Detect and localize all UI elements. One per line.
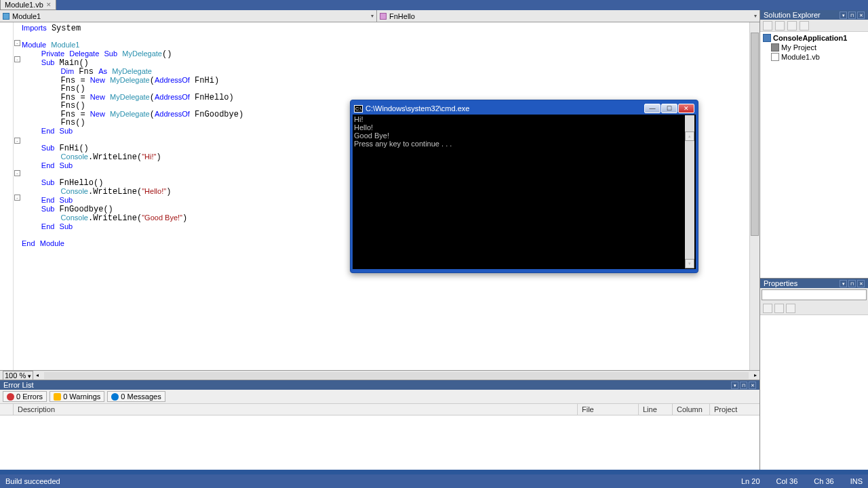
properties-icon[interactable] <box>763 21 772 30</box>
build-status: Build succeeded <box>5 477 60 485</box>
messages-filter-button[interactable]: 0 Messages <box>107 391 165 402</box>
pin-icon[interactable]: ⊓ <box>848 12 856 19</box>
properties-title-bar[interactable]: Properties ▾ ⊓ ✕ <box>760 279 868 288</box>
tree-item-label: Module1.vb <box>781 53 820 61</box>
categorized-icon[interactable] <box>763 304 772 313</box>
close-icon[interactable]: ✕ <box>46 1 52 8</box>
minimize-button[interactable]: — <box>644 104 660 113</box>
dropdown-icon[interactable]: ▾ <box>840 280 847 287</box>
scroll-up-icon[interactable]: ▴ <box>685 131 694 141</box>
navigation-bar: Module1 ▾ FnHello ▾ <box>0 10 760 22</box>
chevron-right-icon[interactable]: ▸ <box>754 372 757 378</box>
cmd-icon: C:\ <box>354 105 363 113</box>
col-file[interactable]: File <box>578 404 639 415</box>
console-output[interactable]: Hi! Hello! Good Bye! Press any key to co… <box>353 115 696 269</box>
panel-title: Properties <box>764 279 797 287</box>
dropdown-icon[interactable]: ▾ <box>840 12 847 19</box>
error-list-title-bar[interactable]: Error List ▾ ⊓ ✕ <box>0 380 760 390</box>
solution-tree[interactable]: ConsoleApplication1My ProjectModule1.vb <box>760 32 868 278</box>
outline-column: ----- <box>14 22 22 370</box>
solution-toolbar <box>760 20 868 32</box>
status-ins: INS <box>850 477 863 485</box>
horizontal-scrollbar[interactable] <box>44 372 749 379</box>
console-window[interactable]: C:\ C:\Windows\system32\cmd.exe — ☐ ✕ Hi… <box>350 100 698 273</box>
error-icon <box>7 393 14 401</box>
tree-item-label: My Project <box>781 43 816 52</box>
mouse-cursor: ➤ <box>361 212 370 223</box>
tree-item-label: ConsoleApplication1 <box>773 34 847 42</box>
console-scrollbar[interactable]: ▴ ▾ <box>685 115 694 268</box>
chevron-down-icon: ▾ <box>371 13 374 19</box>
fold-toggle[interactable]: - <box>14 40 20 46</box>
error-filter-toolbar: 0 Errors 0 Warnings 0 Messages <box>0 390 760 404</box>
error-list-body[interactable] <box>0 415 760 470</box>
chevron-left-icon[interactable]: ◂ <box>36 372 39 378</box>
editor-gutter <box>0 22 14 370</box>
maximize-button[interactable]: ☐ <box>661 104 677 113</box>
fold-toggle[interactable]: - <box>14 138 20 144</box>
chevron-down-icon: ▾ <box>754 13 757 19</box>
dropdown-icon[interactable]: ▾ <box>731 382 738 389</box>
col-description[interactable]: Description <box>14 404 578 415</box>
warnings-filter-button[interactable]: 0 Warnings <box>50 391 104 402</box>
col-project[interactable]: Project <box>710 404 760 415</box>
status-bar: Build succeeded Ln 20 Col 36 Ch 36 INS <box>0 474 868 488</box>
scope-label: Module1 <box>12 12 41 20</box>
tree-item[interactable]: ConsoleApplication1 <box>762 33 867 43</box>
scope-dropdown[interactable]: Module1 ▾ <box>0 10 377 22</box>
error-list-headers: Description File Line Column Project <box>0 404 760 415</box>
method-icon <box>380 13 387 20</box>
console-title-bar[interactable]: C:\ C:\Windows\system32\cmd.exe — ☐ ✕ <box>353 102 696 115</box>
status-line: Ln 20 <box>741 477 760 485</box>
panel-title: Solution Explorer <box>764 11 821 19</box>
editor-footer: 100 % ▾ ◂ ▸ <box>0 370 760 380</box>
scroll-down-icon[interactable]: ▾ <box>685 259 694 268</box>
properties-toolbar <box>760 302 868 315</box>
status-col: Col 36 <box>776 477 798 485</box>
member-label: FnHello <box>389 12 415 20</box>
vertical-scrollbar[interactable] <box>749 22 760 370</box>
fold-toggle[interactable]: - <box>14 170 20 176</box>
scroll-thumb[interactable] <box>751 33 759 236</box>
file-icon <box>771 53 779 61</box>
proj-icon <box>771 43 779 52</box>
fold-toggle[interactable]: - <box>14 56 20 62</box>
tab-label: Module1.vb <box>5 1 43 9</box>
panel-title: Error List <box>3 381 34 389</box>
fold-toggle[interactable]: - <box>14 195 20 201</box>
member-dropdown[interactable]: FnHello ▾ <box>377 10 760 22</box>
properties-grid[interactable] <box>760 315 868 470</box>
document-tab[interactable]: Module1.vb ✕ <box>0 0 56 10</box>
error-list-panel: Error List ▾ ⊓ ✕ 0 Errors 0 Warnings 0 M… <box>0 380 760 470</box>
errors-filter-button[interactable]: 0 Errors <box>3 391 47 402</box>
module-icon <box>3 13 9 20</box>
close-icon[interactable]: ✕ <box>857 12 865 19</box>
show-all-icon[interactable] <box>775 21 785 30</box>
warning-icon <box>54 393 61 401</box>
alphabetical-icon[interactable] <box>774 304 784 313</box>
tree-item[interactable]: Module1.vb <box>762 52 867 62</box>
refresh-icon[interactable] <box>787 21 797 30</box>
zoom-dropdown[interactable]: 100 % ▾ <box>3 371 33 380</box>
view-icon[interactable] <box>800 21 809 30</box>
properties-page-icon[interactable] <box>786 304 795 313</box>
close-icon[interactable]: ✕ <box>857 280 865 287</box>
document-tab-strip: Module1.vb ✕ <box>0 0 868 10</box>
solution-explorer-title-bar[interactable]: Solution Explorer ▾ ⊓ ✕ <box>760 10 868 20</box>
tree-item[interactable]: My Project <box>762 43 867 52</box>
vb-icon <box>763 34 771 42</box>
close-icon[interactable]: ✕ <box>749 382 756 389</box>
info-icon <box>111 393 119 401</box>
status-ch: Ch 36 <box>814 477 833 485</box>
pin-icon[interactable]: ⊓ <box>848 280 856 287</box>
col-column[interactable]: Column <box>673 404 710 415</box>
close-button[interactable]: ✕ <box>678 104 694 113</box>
console-title: C:\Windows\system32\cmd.exe <box>366 104 469 113</box>
col-line[interactable]: Line <box>639 404 673 415</box>
properties-object-dropdown[interactable] <box>762 289 867 300</box>
pin-icon[interactable]: ⊓ <box>740 382 747 389</box>
